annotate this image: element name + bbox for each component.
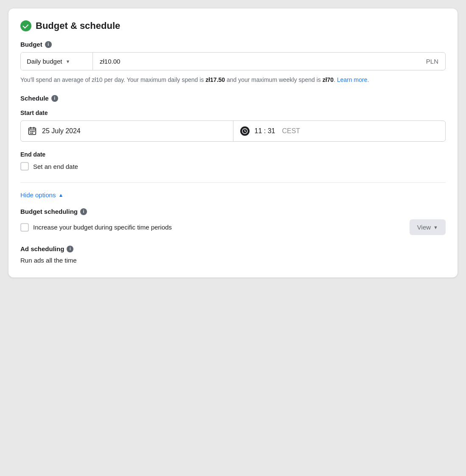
ad-scheduling-info-icon[interactable]: i xyxy=(67,246,73,252)
start-date-value: 25 July 2024 xyxy=(42,127,81,135)
datetime-row: 25 July 2024 11 : 31 CEST xyxy=(20,120,446,142)
budget-scheduling-text: Increase your budget during specific tim… xyxy=(33,224,405,231)
schedule-label: Schedule i xyxy=(20,95,446,102)
budget-input-row: Daily budget ▼ zł10.00 PLN xyxy=(20,52,446,70)
budget-type-dropdown-arrow: ▼ xyxy=(65,59,70,64)
start-date-label: Start date xyxy=(20,109,446,116)
svg-rect-4 xyxy=(30,131,31,132)
end-date-checkbox[interactable] xyxy=(20,162,29,171)
budget-scheduling-row: Increase your budget during specific tim… xyxy=(20,219,446,235)
view-button[interactable]: View ▼ xyxy=(410,219,446,235)
budget-type-label: Daily budget xyxy=(27,58,62,65)
clock-icon xyxy=(240,126,250,136)
budget-amount-value: zł10.00 xyxy=(100,58,426,65)
section-header: Budget & schedule xyxy=(20,20,446,31)
budget-scheduling-section: Budget scheduling i Increase your budget… xyxy=(20,208,446,235)
end-date-label: End date xyxy=(20,151,446,158)
budget-info-icon[interactable]: i xyxy=(45,41,52,48)
budget-type-dropdown[interactable]: Daily budget ▼ xyxy=(21,53,93,70)
end-date-checkbox-row: Set an end date xyxy=(20,162,446,171)
hide-options-label: Hide options xyxy=(20,191,56,199)
budget-scheduling-info-icon[interactable]: i xyxy=(80,208,87,215)
svg-line-11 xyxy=(245,131,246,132)
timezone-label: CEST xyxy=(282,127,300,135)
svg-rect-8 xyxy=(32,133,33,134)
budget-max-daily: zł17.50 xyxy=(205,76,225,83)
section-title: Budget & schedule xyxy=(36,20,120,31)
end-date-section: End date Set an end date xyxy=(20,151,446,171)
budget-hint: You'll spend an average of zł10 per day.… xyxy=(20,76,446,84)
budget-max-weekly: zł70 xyxy=(323,76,334,83)
budget-amount-field[interactable]: zł10.00 PLN xyxy=(93,53,445,70)
hide-options-link[interactable]: Hide options ▲ xyxy=(20,191,63,199)
chevron-up-icon: ▲ xyxy=(58,192,63,198)
calendar-icon xyxy=(28,126,37,136)
start-date-field[interactable]: 25 July 2024 xyxy=(21,121,233,141)
ad-scheduling-label: Ad scheduling i xyxy=(20,245,446,252)
budget-scheduling-checkbox[interactable] xyxy=(20,223,29,232)
view-button-arrow-icon: ▼ xyxy=(433,225,438,230)
budget-label: Budget i xyxy=(20,41,446,48)
ad-scheduling-value: Run ads all the time xyxy=(20,257,446,264)
view-button-label: View xyxy=(417,224,431,231)
start-time-field[interactable]: 11 : 31 CEST xyxy=(233,121,446,141)
complete-check-icon xyxy=(20,20,31,31)
svg-rect-7 xyxy=(30,133,31,134)
start-time-value: 11 : 31 xyxy=(255,127,275,135)
budget-scheduling-label: Budget scheduling i xyxy=(20,208,446,215)
section-divider xyxy=(20,182,446,183)
budget-currency: PLN xyxy=(426,58,438,65)
budget-schedule-card: Budget & schedule Budget i Daily budget … xyxy=(8,8,458,277)
svg-rect-6 xyxy=(34,131,35,132)
svg-rect-5 xyxy=(32,131,33,132)
learn-more-link[interactable]: Learn more. xyxy=(337,76,369,83)
end-date-checkbox-label: Set an end date xyxy=(33,163,78,170)
schedule-info-icon[interactable]: i xyxy=(51,95,58,102)
ad-scheduling-section: Ad scheduling i Run ads all the time xyxy=(20,245,446,264)
